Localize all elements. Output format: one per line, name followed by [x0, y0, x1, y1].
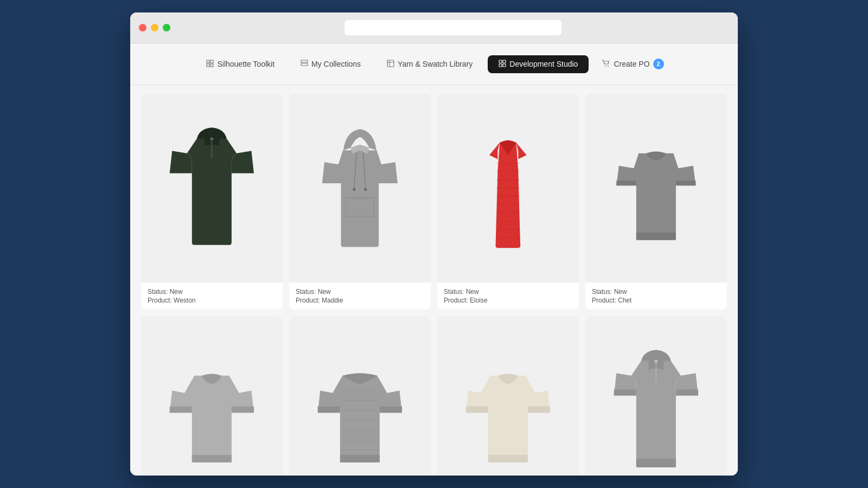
my-collections-label: My Collections — [311, 60, 361, 68]
product-info-eloise: Status: New Product: Eloise — [437, 282, 579, 310]
svg-rect-36 — [232, 407, 254, 413]
product-image-eloise — [437, 94, 579, 282]
product-image-weston — [141, 94, 283, 282]
address-bar[interactable] — [344, 20, 561, 35]
svg-rect-6 — [387, 60, 394, 67]
browser-content: Silhouette Toolkit My Collections — [130, 43, 738, 476]
product-card-crew2[interactable]: Status: New Product: Crew2 — [141, 316, 283, 476]
nav-development-studio[interactable]: Development Studio — [488, 55, 589, 73]
svg-point-20 — [364, 188, 367, 191]
silhouette-toolkit-label: Silhouette Toolkit — [217, 60, 275, 68]
svg-point-19 — [353, 188, 355, 191]
browser-window: Silhouette Toolkit My Collections — [130, 12, 738, 476]
product-image-waffle — [289, 316, 431, 476]
product-card-cream[interactable]: Status: New Product: Cream — [437, 316, 579, 476]
nav-yarn-swatch[interactable]: Yarn & Swatch Library — [376, 55, 483, 73]
nav-my-collections[interactable]: My Collections — [290, 55, 372, 73]
product-card-maddie[interactable]: Status: New Product: Maddie — [289, 94, 431, 310]
product-name-maddie: Product: Maddie — [296, 297, 424, 304]
product-card-waffle[interactable]: Status: New Product: Waffle — [289, 316, 431, 476]
development-studio-label: Development Studio — [509, 60, 578, 68]
minimize-button[interactable] — [151, 24, 158, 31]
create-po-icon — [602, 60, 610, 69]
svg-point-14 — [608, 66, 609, 67]
product-status-weston: Status: New — [148, 288, 276, 296]
svg-rect-53 — [614, 390, 636, 396]
product-info-chet: Status: New Product: Chet — [585, 282, 727, 310]
nav-bar: Silhouette Toolkit My Collections — [130, 43, 738, 85]
svg-rect-39 — [380, 407, 402, 413]
product-image-crew2 — [141, 316, 283, 476]
svg-rect-0 — [207, 60, 209, 63]
yarn-swatch-label: Yarn & Swatch Library — [398, 60, 473, 68]
svg-rect-48 — [466, 407, 488, 413]
product-info-weston: Status: New Product: Weston — [141, 282, 283, 310]
product-grid: Status: New Product: Weston — [141, 94, 727, 476]
svg-rect-12 — [503, 64, 506, 67]
product-status-chet: Status: New — [592, 288, 720, 296]
svg-rect-38 — [318, 407, 340, 413]
svg-rect-52 — [636, 459, 676, 468]
create-po-label: Create PO — [614, 60, 649, 68]
product-name-eloise: Product: Eloise — [444, 297, 572, 304]
svg-rect-9 — [499, 60, 502, 63]
svg-rect-32 — [616, 181, 636, 185]
svg-rect-10 — [503, 60, 506, 63]
my-collections-icon — [301, 60, 308, 69]
product-image-chet — [585, 94, 727, 282]
svg-rect-33 — [676, 181, 696, 185]
product-image-zip2 — [585, 316, 727, 476]
development-studio-icon — [499, 60, 506, 69]
svg-rect-49 — [528, 407, 550, 413]
svg-rect-35 — [170, 407, 192, 413]
maximize-button[interactable] — [163, 24, 170, 31]
product-image-cream — [437, 316, 579, 476]
product-card-eloise[interactable]: Status: New Product: Eloise — [437, 94, 579, 310]
traffic-lights — [139, 24, 170, 31]
product-status-eloise: Status: New — [444, 288, 572, 296]
svg-rect-5 — [301, 63, 308, 66]
svg-rect-3 — [210, 64, 213, 67]
svg-rect-2 — [207, 64, 209, 67]
product-name-chet: Product: Chet — [592, 297, 720, 304]
svg-rect-1 — [210, 60, 213, 63]
product-name-weston: Product: Weston — [148, 297, 276, 304]
product-image-maddie — [289, 94, 431, 282]
product-info-maddie: Status: New Product: Maddie — [289, 282, 431, 310]
svg-rect-51 — [655, 360, 658, 363]
product-card-weston[interactable]: Status: New Product: Weston — [141, 94, 283, 310]
close-button[interactable] — [139, 24, 146, 31]
svg-rect-16 — [210, 138, 213, 140]
svg-rect-11 — [499, 64, 502, 67]
svg-rect-34 — [192, 455, 232, 463]
browser-titlebar — [130, 12, 738, 43]
product-card-zip2[interactable]: Status: New Product: Zip2 — [585, 316, 727, 476]
svg-point-13 — [605, 66, 606, 67]
svg-rect-4 — [301, 60, 308, 62]
create-po-badge: 2 — [653, 59, 664, 69]
product-card-chet[interactable]: Status: New Product: Chet — [585, 94, 727, 310]
svg-rect-31 — [636, 233, 676, 240]
main-content: Status: New Product: Weston — [130, 85, 738, 476]
silhouette-toolkit-icon — [206, 60, 214, 69]
nav-create-po[interactable]: Create PO 2 — [593, 54, 672, 74]
svg-rect-47 — [488, 455, 528, 463]
svg-rect-37 — [340, 455, 380, 463]
svg-rect-54 — [676, 390, 698, 396]
yarn-swatch-icon — [387, 60, 394, 69]
product-status-maddie: Status: New — [296, 288, 424, 296]
nav-silhouette-toolkit[interactable]: Silhouette Toolkit — [195, 55, 285, 73]
